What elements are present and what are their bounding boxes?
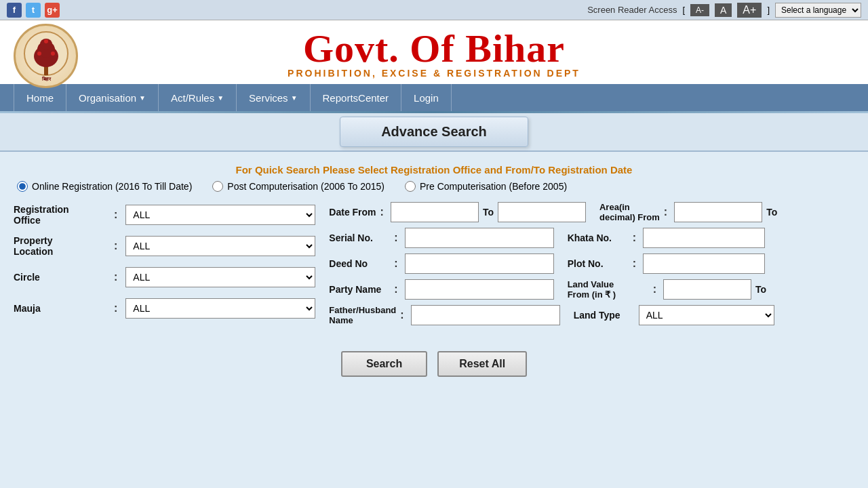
- svg-text:बिहार: बिहार: [41, 76, 51, 81]
- father-husband-group: Father/HusbandName :: [329, 305, 559, 325]
- font-normal-button[interactable]: A: [715, 3, 732, 17]
- font-increase-button[interactable]: A+: [737, 3, 762, 18]
- separator-bracket: [: [682, 5, 685, 15]
- date-from-label: Date From: [329, 207, 376, 218]
- plot-no-group: Plot No. :: [568, 253, 765, 274]
- dept-subtitle: PROHIBITION, EXCISE & REGISTRATION DEPT: [288, 68, 580, 79]
- googleplus-icon[interactable]: g+: [45, 3, 60, 18]
- land-type-label: Land Type: [574, 310, 635, 321]
- radio-online-input[interactable]: [17, 181, 28, 192]
- radio-online[interactable]: Online Registration (2016 To Till Date): [17, 181, 192, 192]
- radio-post[interactable]: Post Computerisation (2006 To 2015): [212, 181, 384, 192]
- quick-search-note: For Quick Search Please Select Registrat…: [14, 164, 854, 176]
- land-value-from-input[interactable]: [663, 279, 751, 300]
- area-group: Area(indecimal) From : To: [599, 202, 777, 222]
- language-select[interactable]: Select a language: [775, 3, 861, 18]
- land-value-colon: :: [653, 283, 656, 296]
- father-husband-input[interactable]: [411, 305, 560, 325]
- land-value-group: Land ValueFrom (in ₹ ) : To: [568, 279, 766, 300]
- plot-no-colon: :: [633, 258, 636, 270]
- date-from-group: Date From : To: [329, 202, 586, 222]
- party-name-input[interactable]: [405, 279, 554, 300]
- radio-pre-input[interactable]: [405, 181, 416, 192]
- circle-row: Circle : ALL: [14, 264, 315, 290]
- property-location-label: PropertyLocation: [14, 235, 108, 257]
- date-to-input[interactable]: [498, 202, 586, 222]
- registration-office-row: RegistrationOffice : ALL: [14, 202, 315, 228]
- serial-no-input[interactable]: [405, 228, 554, 248]
- land-type-select[interactable]: ALL: [639, 305, 774, 325]
- serial-khata-row: Serial No. : Khata No. :: [329, 228, 854, 248]
- deed-no-group: Deed No :: [329, 253, 553, 274]
- nav-login[interactable]: Login: [401, 84, 452, 111]
- govt-title: Govt. Of Bihar: [288, 26, 580, 71]
- radio-post-input[interactable]: [212, 181, 223, 192]
- logo: बिहार: [14, 24, 81, 88]
- logo-circle: बिहार: [14, 24, 78, 88]
- father-husband-colon: :: [400, 309, 403, 321]
- registration-office-select[interactable]: ALL: [125, 205, 315, 225]
- radio-pre[interactable]: Pre Computerisation (Before 2005): [405, 181, 567, 192]
- svg-point-7: [44, 39, 48, 43]
- form-layout: RegistrationOffice : ALL PropertyLocatio…: [14, 202, 854, 331]
- khata-no-colon: :: [633, 232, 636, 244]
- organisation-dropdown-icon: ▼: [139, 94, 146, 102]
- party-name-group: Party Name :: [329, 279, 553, 300]
- circle-colon: :: [114, 271, 117, 283]
- nav-act-rules[interactable]: Act/Rules ▼: [159, 84, 237, 111]
- advance-search-button[interactable]: Advance Search: [340, 117, 528, 147]
- nav-reports-center[interactable]: ReportsCenter: [311, 84, 402, 111]
- social-icons: f t g+: [7, 3, 60, 18]
- mauja-colon: :: [114, 302, 117, 314]
- button-row: Search Reset All: [14, 351, 854, 390]
- property-location-select[interactable]: ALL: [125, 236, 315, 256]
- registration-office-label: RegistrationOffice: [14, 204, 108, 226]
- deed-plot-row: Deed No : Plot No. :: [329, 253, 854, 274]
- khata-no-label: Khata No.: [568, 232, 629, 243]
- party-landvalue-row: Party Name : Land ValueFrom (in ₹ ) : To: [329, 279, 854, 300]
- radio-pre-label: Pre Computerisation (Before 2005): [420, 181, 567, 192]
- deed-no-colon: :: [394, 258, 397, 270]
- date-from-input[interactable]: [391, 202, 479, 222]
- nav-services[interactable]: Services ▼: [237, 84, 310, 111]
- serial-no-colon: :: [394, 232, 397, 244]
- facebook-icon[interactable]: f: [7, 3, 22, 18]
- area-to-label: To: [766, 207, 777, 218]
- registration-office-colon: :: [114, 209, 117, 221]
- serial-no-label: Serial No.: [329, 232, 390, 243]
- font-decrease-button[interactable]: A-: [690, 4, 709, 16]
- nav-organisation-label: Organisation: [79, 92, 136, 104]
- twitter-icon[interactable]: t: [26, 3, 41, 18]
- registration-type-radio-group: Online Registration (2016 To Till Date) …: [14, 181, 854, 192]
- serial-no-group: Serial No. :: [329, 228, 553, 248]
- act-rules-dropdown-icon: ▼: [217, 94, 224, 102]
- search-button[interactable]: Search: [341, 351, 427, 377]
- deed-no-label: Deed No: [329, 258, 390, 269]
- circle-select[interactable]: ALL: [125, 267, 315, 287]
- main-content: For Quick Search Please Select Registrat…: [0, 152, 868, 488]
- plot-no-input[interactable]: [643, 253, 765, 274]
- nav-organisation[interactable]: Organisation ▼: [66, 84, 159, 111]
- khata-no-input[interactable]: [643, 228, 765, 248]
- nav-reports-label: ReportsCenter: [323, 92, 389, 104]
- area-from-input[interactable]: [674, 202, 762, 222]
- property-location-row: PropertyLocation : ALL: [14, 233, 315, 259]
- mauja-label: Mauja: [14, 303, 108, 314]
- nav-home[interactable]: Home: [14, 84, 66, 111]
- date-to-label: To: [483, 207, 494, 218]
- deed-no-input[interactable]: [405, 253, 554, 274]
- separator-bracket-close: ]: [767, 5, 770, 15]
- svg-point-6: [51, 52, 55, 56]
- property-location-colon: :: [114, 240, 117, 252]
- header: बिहार Govt. Of Bihar PROHIBITION, EXCISE…: [0, 20, 868, 84]
- land-value-to-label: To: [755, 284, 766, 295]
- father-husband-label: Father/HusbandName: [329, 305, 396, 325]
- land-type-group: Land Type ALL: [574, 305, 774, 325]
- area-colon: :: [664, 206, 667, 218]
- area-label: Area(indecimal) From: [599, 202, 660, 222]
- radio-online-label: Online Registration (2016 To Till Date): [32, 181, 192, 192]
- svg-point-5: [37, 52, 41, 56]
- reset-button[interactable]: Reset All: [437, 351, 527, 377]
- date-area-row: Date From : To Area(indecimal) From : To: [329, 202, 854, 222]
- mauja-select[interactable]: ALL: [125, 298, 315, 319]
